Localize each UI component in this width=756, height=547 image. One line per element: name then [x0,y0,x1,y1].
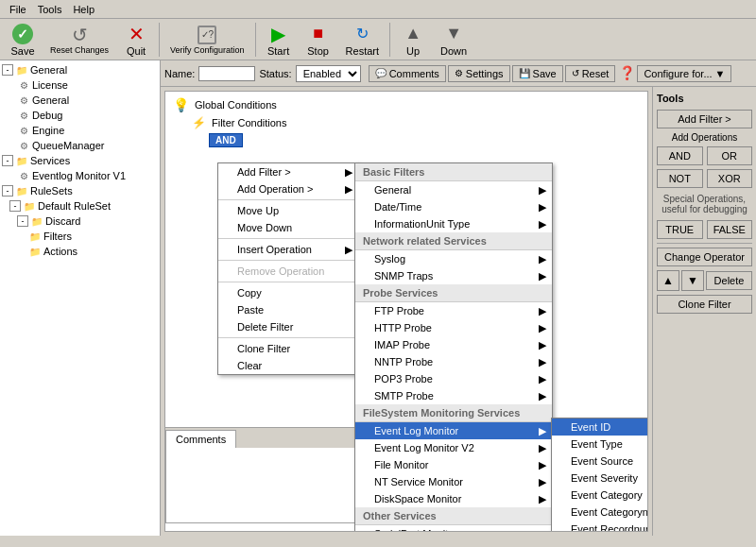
submenu-infounit[interactable]: InformationUnit Type▶ [355,215,552,232]
not-button[interactable]: NOT [657,169,703,188]
stop-button[interactable]: ■ Stop [300,20,337,60]
ctx-move-up[interactable]: Move Up [218,202,358,219]
save-filter-button[interactable]: 💾 Save [512,65,563,82]
tree-item-discard[interactable]: - 📁 Discard [2,214,158,229]
ctx-paste[interactable]: Paste [218,301,358,318]
clone-filter-button[interactable]: Clone Filter [657,295,752,314]
menu-tools[interactable]: Tools [32,2,68,17]
ctx-move-down[interactable]: Move Down [218,219,358,236]
global-conditions-row: 💡 Global Conditions [173,97,640,112]
gear-icon6: ⚙ [17,169,30,182]
comments-tab[interactable]: Comments [165,430,236,448]
tools-separator [657,243,752,244]
tree-item-general[interactable]: - 📁 General [2,62,158,77]
submenu-nntp[interactable]: NNTP Probe▶ [355,353,552,370]
settings-button[interactable]: ⚙ Settings [448,65,510,82]
gear-icon3: ⚙ [17,109,30,122]
main-layout: - 📁 General ⚙ License ⚙ General ⚙ Debug … [0,60,756,536]
tree-item-rulesets[interactable]: - 📁 RuleSets [2,183,158,198]
xor-button[interactable]: XOR [707,169,753,188]
submenu-general[interactable]: General▶ [355,181,552,198]
toolbar-separator [159,23,160,57]
tree-panel: - 📁 General ⚙ License ⚙ General ⚙ Debug … [0,60,161,536]
and-button[interactable]: AND [657,146,703,165]
false-button[interactable]: FALSE [707,220,753,239]
submenu-ftp[interactable]: FTP Probe▶ [355,302,552,319]
ctx-add-filter[interactable]: Add Filter >▶ [218,163,358,180]
tree-item-eventlog-monitor[interactable]: ⚙ Eventlog Monitor V1 [2,168,158,183]
tree-item-general2[interactable]: ⚙ General [2,93,158,108]
change-operator-button[interactable]: Change Operator [657,248,752,266]
configure-button[interactable]: Configure for... ▼ [637,65,731,82]
submenu-eventlog-monitor[interactable]: Event Log Monitor▶ [355,422,552,439]
submenu-eventlog-v2[interactable]: Event Log Monitor V2▶ [355,439,552,456]
add-operations-label: Add Operations [657,132,752,143]
start-button[interactable]: ▶ Start [260,20,298,60]
submenu-event-severity[interactable]: Event Severity [552,470,648,487]
quit-button[interactable]: ✕ Quit [117,20,155,60]
nav-up-button[interactable]: ▲ [657,270,679,291]
submenu-serialport[interactable]: SerialPort Monitor▶ [355,525,552,532]
tree-item-license[interactable]: ⚙ License [2,77,158,93]
submenu-snmp[interactable]: SNMP Traps▶ [355,267,552,284]
verify-configuration-button[interactable]: ✓? Verify Configuration [163,21,251,59]
menu-help[interactable]: Help [67,2,100,17]
save-button[interactable]: ✓ Save [4,20,42,60]
ctx-copy[interactable]: Copy [218,284,358,301]
submenu-smtp[interactable]: SMTP Probe▶ [355,387,552,404]
comments-button[interactable]: 💬 Comments [369,65,446,82]
and-or-row: AND OR [657,146,752,165]
menu-file[interactable]: File [4,2,32,17]
filter-conditions-row: ⚡ Filter Conditions [192,116,640,129]
arrow-icon16: ▶ [539,442,546,454]
add-filter-tools-button[interactable]: Add Filter > [657,110,752,128]
arrow-icon5: ▶ [539,201,546,214]
or-button[interactable]: OR [707,146,753,165]
tree-item-engine[interactable]: ⚙ Engine [2,123,158,138]
ctx-clear[interactable]: Clear [218,357,358,374]
ctx-insert-operation[interactable]: Insert Operation▶ [218,241,358,258]
status-select[interactable]: Enabled [296,65,361,82]
event-log-submenu: Event ID Event Type Event Source Event S… [551,418,648,532]
submenu-event-source[interactable]: Event Source [552,453,648,470]
help-icon[interactable]: ❓ [619,65,635,82]
restart-button[interactable]: ↻ Restart [339,20,386,60]
arrow-icon11: ▶ [539,339,546,351]
submenu-http[interactable]: HTTP Probe▶ [355,319,552,336]
submenu-nt-service[interactable]: NT Service Monitor▶ [355,473,552,490]
reset-filter-button[interactable]: ↺ Reset [565,65,616,82]
tree-item-queuemanager[interactable]: ⚙ QueueManager [2,138,158,153]
submenu-event-id[interactable]: Event ID [552,419,648,436]
submenu-diskspace[interactable]: DiskSpace Monitor▶ [355,490,552,507]
ctx-add-operation[interactable]: Add Operation >▶ [218,180,358,197]
submenu-file-monitor[interactable]: File Monitor▶ [355,456,552,473]
tree-item-debug[interactable]: ⚙ Debug [2,108,158,123]
ctx-delete-filter[interactable]: Delete Filter [218,318,358,335]
name-input[interactable] [198,66,255,81]
tree-item-filters[interactable]: 📁 Filters [2,229,158,244]
submenu-imap[interactable]: IMAP Probe▶ [355,336,552,353]
filter-cond-icon: ⚡ [192,116,206,129]
submenu-event-category[interactable]: Event Category [552,487,648,504]
nav-down-button[interactable]: ▼ [681,270,704,291]
name-bar: Name: Status: Enabled 💬 Comments ⚙ Setti… [161,60,756,87]
ctx-clone-filter[interactable]: Clone Filter [218,340,358,357]
tree-item-actions[interactable]: 📁 Actions [2,244,158,259]
delete-button[interactable]: Delete [706,271,752,290]
submenu-datetime[interactable]: Date/Time▶ [355,198,552,215]
tree-item-services[interactable]: - 📁 Services [2,153,158,168]
submenu-event-categoryname[interactable]: Event Categoryname [552,504,648,521]
and-badge[interactable]: AND [209,133,243,147]
folder-icon2: 📁 [15,154,28,167]
submenu-syslog[interactable]: Syslog▶ [355,250,552,267]
true-button[interactable]: TRUE [657,220,703,239]
up-button[interactable]: ▲ Up [394,20,432,60]
reset-changes-button[interactable]: ↺ Reset Changes [43,21,115,59]
nav-delete-row: ▲ ▼ Delete [657,270,752,291]
down-button[interactable]: ▼ Down [434,20,473,60]
submenu-event-recordnumber[interactable]: Event Recordnumber [552,521,648,532]
submenu-pop3[interactable]: POP3 Probe▶ [355,370,552,387]
submenu-event-type[interactable]: Event Type [552,436,648,453]
tree-item-default-ruleset[interactable]: - 📁 Default RuleSet [2,198,158,214]
arrow-icon6: ▶ [539,218,546,231]
